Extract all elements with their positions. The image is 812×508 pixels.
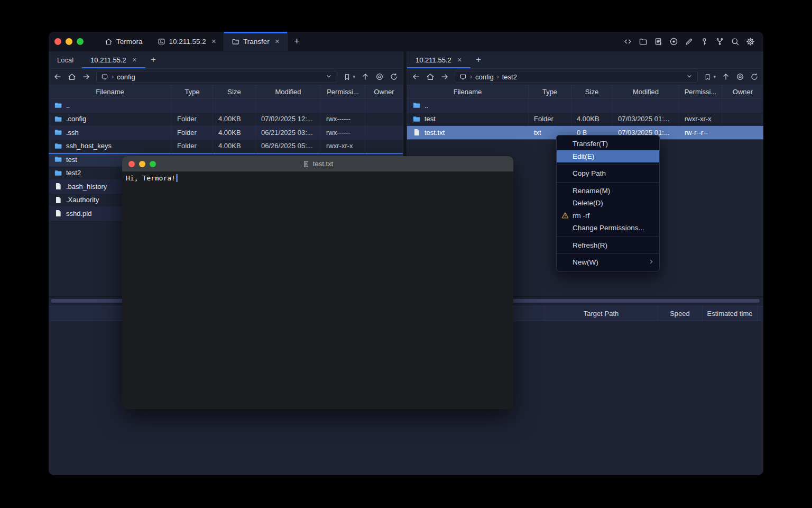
computer-icon <box>101 73 108 80</box>
editor-titlebar[interactable]: test.txt <box>122 156 513 171</box>
column-header[interactable]: Modified <box>256 85 321 98</box>
refresh-button[interactable] <box>390 72 398 81</box>
menu-item-edit[interactable]: Edit(E) <box>557 150 659 163</box>
record-icon[interactable] <box>669 37 678 46</box>
file-icon <box>54 209 62 217</box>
new-pane-tab-button[interactable]: + <box>470 51 486 68</box>
chevron-down-icon[interactable] <box>686 72 693 81</box>
zoom-window-button[interactable] <box>150 161 156 167</box>
menu-item-rm-rf[interactable]: rm -rf <box>557 210 659 222</box>
show-hidden-button[interactable] <box>736 72 744 81</box>
menu-item-rename[interactable]: Rename(M) <box>557 185 659 197</box>
filename: .. <box>66 102 70 110</box>
file-owner <box>722 99 763 112</box>
context-menu: Transfer(T) Edit(E) Copy Path Rename(M) … <box>556 135 660 271</box>
filename: .ssh <box>66 129 79 137</box>
search-icon[interactable] <box>731 37 740 46</box>
menu-item-delete[interactable]: Delete(D) <box>557 197 659 210</box>
breadcrumb-segment[interactable]: config <box>117 73 135 81</box>
table-row[interactable]: test Folder 4.00KB 07/03/2025 01:... rwx… <box>407 113 763 126</box>
tab-host[interactable]: 10.211.55.2 ✕ <box>150 32 224 51</box>
close-icon[interactable]: ✕ <box>275 38 280 45</box>
chevron-down-icon[interactable] <box>325 72 333 81</box>
editor-title-text: test.txt <box>313 160 333 168</box>
file-permissions: rwxr-xr-x <box>679 113 722 126</box>
settings-icon[interactable] <box>746 37 755 46</box>
home-button[interactable] <box>426 72 435 81</box>
column-header[interactable]: Size <box>571 85 613 98</box>
column-header[interactable]: Type <box>172 85 213 98</box>
show-hidden-button[interactable] <box>375 72 384 81</box>
column-header[interactable]: Filename <box>407 85 529 98</box>
titlebar: Termora 10.211.55.2 ✕ Transfer ✕ + <box>49 32 763 51</box>
folder-icon[interactable] <box>639 37 648 46</box>
close-icon[interactable]: ✕ <box>211 38 216 45</box>
column-header[interactable]: Filename <box>49 85 172 98</box>
menu-item-refresh[interactable]: Refresh(R) <box>557 239 659 252</box>
tab-remote-host[interactable]: 10.211.55.2 ✕ <box>407 51 470 68</box>
log-icon[interactable] <box>654 37 663 46</box>
close-window-button[interactable] <box>54 38 61 45</box>
right-toolbar: › config › test2 ▾ <box>407 69 763 85</box>
back-button[interactable] <box>53 72 62 81</box>
editor-content[interactable]: Hi, Termora! <box>122 171 513 185</box>
table-row[interactable]: .. <box>49 99 403 113</box>
refresh-button[interactable] <box>750 72 759 81</box>
tab-transfer[interactable]: Transfer ✕ <box>224 32 288 51</box>
table-row[interactable]: .ssh Folder 4.00KB 06/21/2025 03:... rwx… <box>49 126 403 140</box>
close-icon[interactable]: ✕ <box>457 57 462 64</box>
table-row[interactable]: ssh_host_keys Folder 4.00KB 06/26/2025 0… <box>49 140 403 153</box>
pencil-icon[interactable] <box>685 37 694 46</box>
filename: test <box>425 115 436 123</box>
keychain-icon[interactable] <box>715 37 724 46</box>
menu-item-transfer[interactable]: Transfer(T) <box>557 138 659 150</box>
file-modified: 07/02/2025 12:... <box>256 113 321 126</box>
zoom-window-button[interactable] <box>77 38 84 45</box>
forward-button[interactable] <box>82 72 90 81</box>
column-header[interactable]: Permissi... <box>321 85 365 98</box>
key-icon[interactable] <box>700 37 709 46</box>
menu-item-new[interactable]: New(W) <box>557 256 659 269</box>
file-size <box>213 99 256 112</box>
tab-local[interactable]: Local <box>49 51 82 68</box>
tab-remote-host[interactable]: 10.211.55.2 ✕ <box>82 51 145 68</box>
bookmark-button[interactable]: ▾ <box>343 73 355 81</box>
minimize-window-button[interactable] <box>66 38 72 45</box>
breadcrumb-segment[interactable]: config <box>475 73 494 81</box>
code-icon[interactable] <box>623 37 632 46</box>
menu-item-change-permissions[interactable]: Change Permissions... <box>557 222 659 234</box>
close-window-button[interactable] <box>128 161 135 167</box>
menu-item-copy-path[interactable]: Copy Path <box>557 167 659 180</box>
column-header[interactable]: Estimated time <box>702 306 757 321</box>
back-button[interactable] <box>412 72 420 81</box>
computer-icon <box>459 73 467 80</box>
column-header[interactable]: Owner <box>365 85 403 98</box>
close-icon[interactable]: ✕ <box>132 57 137 64</box>
path-input[interactable]: › config › test2 <box>455 71 698 83</box>
column-header[interactable]: Target Path <box>545 306 657 321</box>
file-owner <box>365 140 403 153</box>
upload-button[interactable] <box>361 72 370 81</box>
column-header[interactable]: Size <box>213 85 256 98</box>
column-header[interactable]: Modified <box>613 85 679 98</box>
table-row[interactable]: .. <box>407 99 763 113</box>
file-modified: 06/21/2025 03:... <box>256 126 321 139</box>
column-header[interactable]: Type <box>529 85 571 98</box>
path-input[interactable]: › config <box>96 71 337 83</box>
file-icon <box>412 128 421 137</box>
table-row[interactable]: .config Folder 4.00KB 07/02/2025 12:... … <box>49 113 403 126</box>
forward-button[interactable] <box>440 72 449 81</box>
tab-termora[interactable]: Termora <box>97 32 150 51</box>
breadcrumb-segment[interactable]: test2 <box>502 73 517 81</box>
column-header[interactable]: Speed <box>657 306 702 321</box>
bookmark-button[interactable]: ▾ <box>704 73 716 81</box>
new-tab-button[interactable]: + <box>288 32 306 51</box>
folder-icon <box>412 115 421 123</box>
column-header[interactable]: Owner <box>722 85 763 98</box>
upload-button[interactable] <box>722 72 730 81</box>
new-pane-tab-button[interactable]: + <box>145 51 161 68</box>
home-button[interactable] <box>68 72 76 81</box>
column-header[interactable]: Permissi... <box>679 85 722 98</box>
file-icon <box>54 182 62 190</box>
minimize-window-button[interactable] <box>139 161 145 167</box>
